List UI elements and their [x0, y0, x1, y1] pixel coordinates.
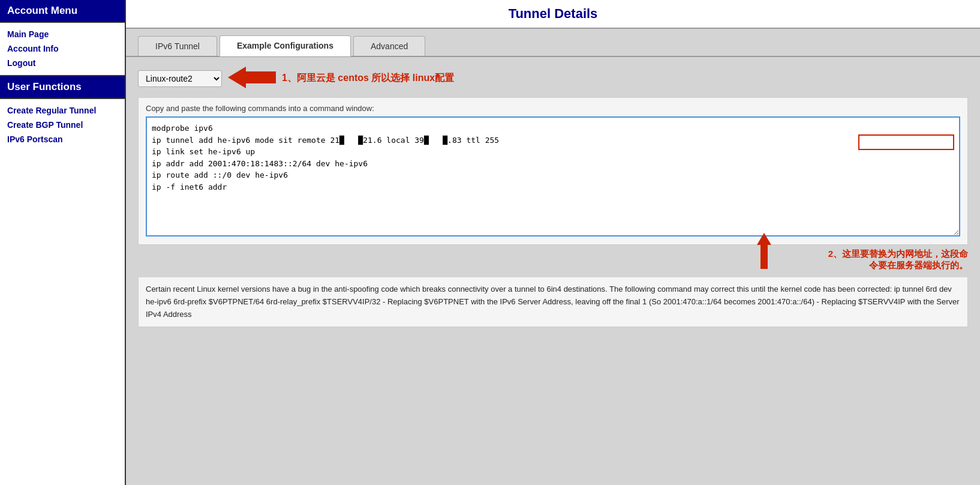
annotation2-area: 2、这里要替换为内网地址，这段命令要在服务器端执行的。 [138, 245, 968, 277]
sidebar-item-create-bgp-tunnel[interactable]: Create BGP Tunnel [7, 118, 118, 133]
command-textarea-wrapper: modprobe ipv6 ip tunnel add he-ipv6 mode… [146, 116, 960, 238]
svg-marker-1 [757, 233, 771, 269]
content-area: Linux-route2 Linux Windows Mac OSX FreeB… [126, 57, 980, 485]
tab-ipv6-tunnel[interactable]: IPv6 Tunnel [138, 36, 217, 56]
tab-example-configurations[interactable]: Example Configurations [220, 35, 351, 56]
command-box-label: Copy and paste the following commands in… [146, 104, 960, 113]
tabs-bar: IPv6 Tunnel Example Configurations Advan… [126, 29, 980, 57]
svg-marker-0 [228, 67, 276, 88]
main-header: Tunnel Details [126, 0, 980, 29]
annotation1-text: 1、阿里云是 centos 所以选择 linux配置 [282, 72, 454, 85]
page-title: Tunnel Details [138, 6, 968, 22]
sidebar-item-ipv6-portscan[interactable]: IPv6 Portscan [7, 133, 118, 147]
red-arrow-up-icon [752, 233, 776, 272]
sidebar-item-account-info[interactable]: Account Info [7, 42, 118, 56]
annotation2-text: 2、这里要替换为内网地址，这段命令要在服务器端执行的。 [828, 249, 968, 271]
sidebar-item-main-page[interactable]: Main Page [7, 28, 118, 42]
dropdown-row: Linux-route2 Linux Windows Mac OSX FreeB… [138, 67, 968, 90]
sidebar: Account Menu Main Page Account Info Logo… [0, 0, 126, 485]
account-menu-links: Main Page Account Info Logout [0, 23, 125, 76]
tab-advanced[interactable]: Advanced [353, 36, 425, 56]
account-menu-header: Account Menu [0, 0, 125, 23]
sidebar-item-create-regular-tunnel[interactable]: Create Regular Tunnel [7, 104, 118, 118]
sidebar-item-logout[interactable]: Logout [7, 56, 118, 71]
red-arrow-left-icon [228, 67, 276, 90]
command-textarea[interactable]: modprobe ipv6 ip tunnel add he-ipv6 mode… [146, 116, 960, 236]
config-dropdown[interactable]: Linux-route2 Linux Windows Mac OSX FreeB… [138, 70, 222, 87]
user-functions-links: Create Regular Tunnel Create BGP Tunnel … [0, 99, 125, 151]
main-content: Tunnel Details IPv6 Tunnel Example Confi… [126, 0, 980, 485]
description-text: Certain recent Linux kernel versions hav… [138, 277, 968, 327]
command-box-container: Copy and paste the following commands in… [138, 97, 968, 245]
user-functions-header: User Functions [0, 76, 125, 99]
